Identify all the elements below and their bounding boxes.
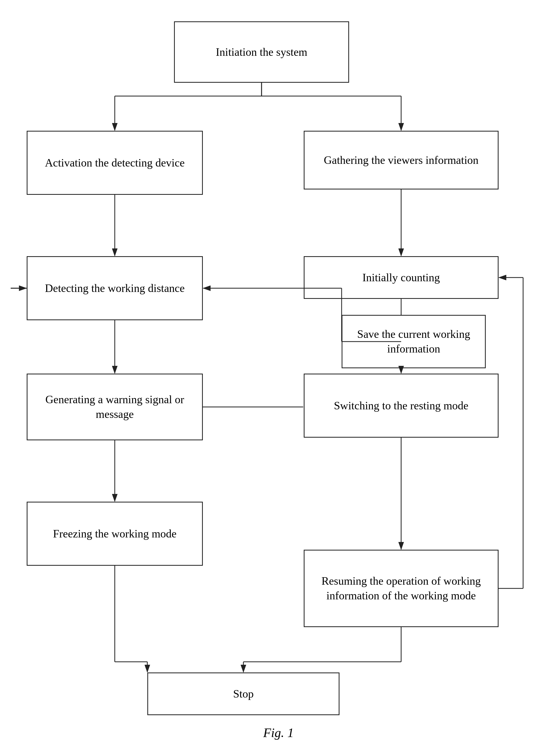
box-detecting: Detecting the working distance <box>27 256 203 320</box>
box-initially: Initially counting <box>304 256 499 299</box>
box-warning: Generating a warning signal or message <box>27 373 203 440</box>
flowchart: Initiation the system Activation the det… <box>0 0 557 756</box>
box-gathering: Gathering the viewers information <box>304 131 499 189</box>
box-freezing: Freezing the working mode <box>27 502 203 566</box>
box-stop: Stop <box>147 672 340 715</box>
box-initiation: Initiation the system <box>174 21 349 83</box>
box-resuming: Resuming the operation of working inform… <box>304 550 499 627</box>
box-activation: Activation the detecting device <box>27 131 203 195</box>
fig-label: Fig. 1 <box>263 725 294 740</box>
box-save: Save the current working information <box>342 315 486 368</box>
box-switching: Switching to the resting mode <box>304 373 499 437</box>
